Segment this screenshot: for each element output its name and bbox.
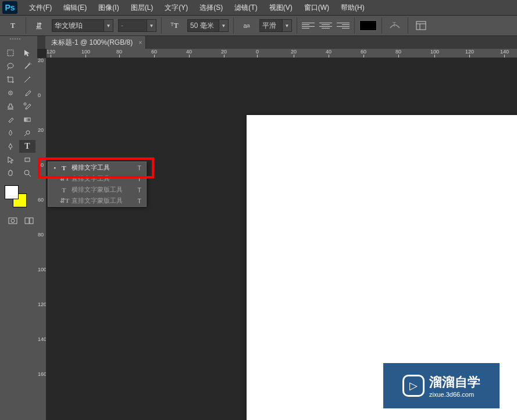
- brush-tool[interactable]: [19, 87, 35, 99]
- chevron-down-icon[interactable]: ▼: [104, 19, 113, 32]
- lasso-tool[interactable]: [2, 60, 19, 73]
- ruler-horizontal[interactable]: 12010080604020020406080100120140: [47, 49, 517, 58]
- crop-tool[interactable]: [2, 73, 19, 86]
- options-bar: T ⇵ 华文琥珀 ▼ - ▼ TT 50 毫米 ▼ aa 平滑 ▼ T: [0, 15, 517, 36]
- svg-rect-12: [25, 158, 30, 161]
- zoom-tool[interactable]: [19, 167, 35, 180]
- eyedropper-tool[interactable]: [19, 73, 35, 86]
- svg-rect-17: [30, 218, 33, 224]
- svg-rect-1: [416, 21, 426, 30]
- pen-tool[interactable]: [2, 140, 19, 153]
- bullet-icon: ▪: [53, 165, 56, 171]
- menu-image[interactable]: 图像(I): [92, 0, 124, 15]
- text-color-swatch[interactable]: [359, 20, 377, 31]
- type-icon: T: [60, 186, 68, 193]
- color-picker[interactable]: [5, 185, 27, 207]
- blur-tool[interactable]: [2, 127, 19, 139]
- chevron-down-icon[interactable]: ▼: [219, 19, 229, 32]
- menu-file[interactable]: 文件(F): [23, 0, 58, 15]
- ruler-tick: 20: [38, 128, 44, 132]
- toolbox: T: [0, 36, 37, 420]
- align-left-button[interactable]: [302, 20, 315, 31]
- ruler-tick: 20: [221, 49, 227, 58]
- foreground-color[interactable]: [5, 185, 19, 199]
- menu-view[interactable]: 视图(V): [263, 0, 298, 15]
- flyout-label: 横排文字蒙版工具: [72, 185, 123, 194]
- ruler-tick: 20: [291, 49, 297, 58]
- svg-point-9: [24, 103, 26, 105]
- font-size-icon: TT: [166, 19, 183, 33]
- healing-tool[interactable]: [2, 87, 19, 99]
- menu-layer[interactable]: 图层(L): [125, 0, 159, 15]
- menu-type[interactable]: 文字(Y): [159, 0, 194, 15]
- shape-tool[interactable]: [19, 153, 35, 166]
- ruler-tick: 80: [395, 49, 401, 58]
- document-tab[interactable]: 未标题-1 @ 100%(RGB/8) ×: [45, 36, 146, 49]
- flyout-label: 直排文字蒙版工具: [72, 196, 123, 205]
- svg-point-11: [26, 131, 30, 134]
- chevron-down-icon[interactable]: ▼: [147, 19, 156, 32]
- menu-filter[interactable]: 滤镜(T): [229, 0, 263, 15]
- screen-mode-button[interactable]: [23, 214, 35, 227]
- flyout-item[interactable]: ⇵T直排文字蒙版工具T: [48, 195, 146, 206]
- hand-tool[interactable]: [2, 167, 19, 180]
- type-tool[interactable]: T: [19, 140, 35, 153]
- ruler-tick: 60: [151, 49, 157, 58]
- flyout-shortcut: T: [137, 175, 141, 182]
- svg-text:T: T: [393, 21, 396, 28]
- ruler-tick: 100: [430, 49, 439, 58]
- move-tool[interactable]: [2, 46, 19, 59]
- flyout-label: 横排文字工具: [72, 163, 110, 172]
- type-icon: ⇵T: [60, 175, 68, 182]
- quick-mask-button[interactable]: [7, 214, 19, 227]
- flyout-item[interactable]: ⇵T直排文字工具T: [48, 173, 146, 184]
- chevron-down-icon[interactable]: ▼: [283, 19, 292, 32]
- gradient-tool[interactable]: [19, 113, 35, 126]
- menu-edit[interactable]: 编辑(E): [58, 0, 92, 15]
- text-orientation-button[interactable]: ⇵: [31, 19, 47, 33]
- document-tab-bar: 未标题-1 @ 100%(RGB/8) ×: [37, 36, 517, 49]
- ruler-tick: 80: [116, 49, 122, 58]
- watermark-subtitle: zixue.3d66.com: [429, 391, 480, 398]
- antialias-value: 平滑: [262, 21, 276, 31]
- path-selection-tool[interactable]: [2, 153, 19, 166]
- dodge-tool[interactable]: [19, 127, 35, 139]
- separator: [297, 17, 297, 34]
- menu-select[interactable]: 选择(S): [194, 0, 229, 15]
- wand-tool[interactable]: [19, 60, 35, 73]
- font-family-dropdown[interactable]: 华文琥珀 ▼: [52, 19, 113, 32]
- ruler-vertical[interactable]: 20020406080100120140160: [37, 58, 47, 420]
- character-panel-button[interactable]: [413, 19, 429, 33]
- font-style-value: -: [121, 21, 123, 30]
- font-style-dropdown[interactable]: - ▼: [118, 19, 156, 32]
- separator: [233, 17, 234, 34]
- ps-logo[interactable]: Ps: [2, 1, 17, 14]
- document-tab-title: 未标题-1 @ 100%(RGB/8): [51, 38, 133, 48]
- menu-window[interactable]: 窗口(W): [298, 0, 335, 15]
- close-icon[interactable]: ×: [138, 40, 142, 46]
- flyout-shortcut: T: [137, 186, 141, 193]
- eraser-tool[interactable]: [2, 113, 19, 126]
- ruler-tick: 20: [38, 58, 44, 63]
- font-size-dropdown[interactable]: 50 毫米 ▼: [187, 19, 229, 32]
- font-size-value: 50 毫米: [190, 21, 214, 31]
- flyout-item[interactable]: ▪T横排文字工具T: [48, 162, 146, 173]
- grip-icon[interactable]: [10, 37, 27, 41]
- align-right-button[interactable]: [337, 20, 350, 31]
- ruler-tick: 140: [38, 337, 47, 342]
- history-brush-tool[interactable]: [19, 100, 35, 113]
- stamp-tool[interactable]: [2, 100, 19, 113]
- flyout-shortcut: T: [137, 164, 141, 171]
- warp-text-button[interactable]: T: [387, 19, 403, 33]
- play-icon: ▷: [402, 375, 425, 397]
- selection-tool[interactable]: [19, 46, 35, 59]
- antialias-dropdown[interactable]: 平滑 ▼: [259, 19, 292, 32]
- svg-rect-4: [8, 50, 13, 56]
- menu-help[interactable]: 帮助(H): [335, 0, 370, 15]
- current-tool-icon[interactable]: T: [5, 19, 21, 33]
- font-family-value: 华文琥珀: [55, 21, 83, 31]
- flyout-item[interactable]: T横排文字蒙版工具T: [48, 184, 146, 195]
- svg-rect-16: [25, 218, 29, 224]
- flyout-label: 直排文字工具: [72, 174, 110, 183]
- align-center-button[interactable]: [319, 20, 332, 31]
